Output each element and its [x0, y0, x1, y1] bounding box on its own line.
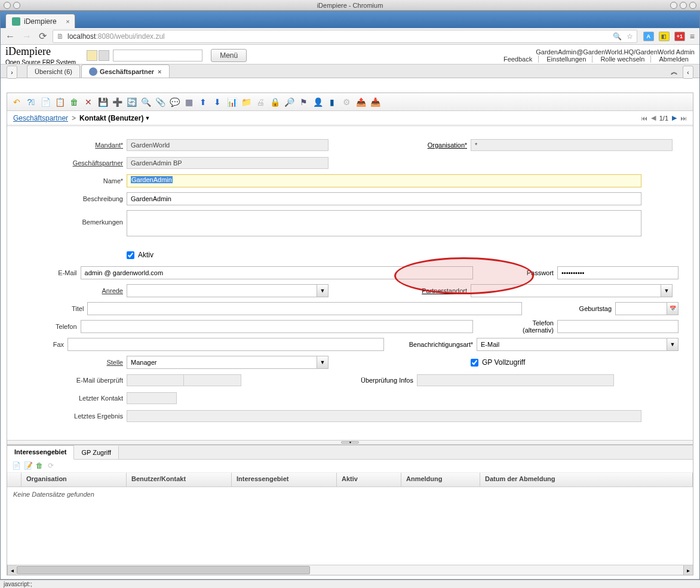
- field-remarks[interactable]: [127, 210, 641, 236]
- tb-deleteselect-icon[interactable]: ✕: [82, 96, 94, 108]
- field-last-result: [127, 410, 641, 422]
- global-search-input[interactable]: [113, 50, 202, 61]
- tb-detail-icon[interactable]: ⬇: [211, 96, 223, 108]
- tb-process-icon[interactable]: ⚙: [340, 96, 352, 108]
- col-active[interactable]: Aktiv: [337, 473, 401, 487]
- zoom-icon[interactable]: 🔍: [613, 32, 622, 41]
- field-birthday[interactable]: [615, 302, 667, 315]
- pager-next-icon[interactable]: ▶: [672, 114, 677, 122]
- field-password[interactable]: [557, 266, 678, 279]
- tb-attach-icon[interactable]: 📎: [154, 96, 166, 108]
- tb-product-icon[interactable]: ▮: [326, 96, 338, 108]
- tb-export-icon[interactable]: 📤: [355, 96, 367, 108]
- new-record-icon[interactable]: [87, 50, 97, 61]
- os-appmenu-icon[interactable]: [4, 2, 11, 9]
- link-settings[interactable]: Einstellungen: [541, 56, 592, 63]
- tb-import-icon[interactable]: 📥: [369, 96, 381, 108]
- subtab-interest[interactable]: Interessengebiet: [7, 445, 74, 460]
- link-feedback[interactable]: Feedback: [498, 56, 539, 63]
- scroll-right-icon[interactable]: ▸: [683, 565, 693, 575]
- tb-find-icon[interactable]: 🔍: [140, 96, 152, 108]
- tb-help-icon[interactable]: ?⃝: [25, 96, 37, 108]
- menu-button[interactable]: Menü: [211, 49, 247, 62]
- calendar-icon[interactable]: 📅: [667, 302, 678, 315]
- splitter-handle[interactable]: ▾: [7, 440, 693, 445]
- link-logout[interactable]: Abmelden: [653, 56, 695, 63]
- os-minimize-icon[interactable]: [670, 2, 677, 9]
- os-close-icon[interactable]: [689, 2, 696, 9]
- tb-save-icon[interactable]: 💾: [97, 96, 109, 108]
- tb-refresh-icon[interactable]: 🔄: [125, 96, 137, 108]
- tb-copy-icon[interactable]: 📋: [54, 96, 66, 108]
- dropdown-icon[interactable]: ▼: [661, 284, 673, 297]
- tb-undo-icon[interactable]: ↶: [11, 96, 23, 108]
- expand-right-icon[interactable]: ‹: [683, 66, 693, 79]
- close-apptab-icon[interactable]: ×: [158, 68, 161, 75]
- field-name[interactable]: GardenAdmin: [127, 174, 641, 187]
- field-position[interactable]: ▼: [127, 356, 328, 369]
- bookmark-star-icon[interactable]: ☆: [627, 32, 633, 41]
- tb-request-icon[interactable]: 👤: [312, 96, 324, 108]
- breadcrumb-root[interactable]: Geschäftspartner: [13, 114, 68, 122]
- sub-delete-icon[interactable]: 🗑: [36, 461, 45, 471]
- sub-new-icon[interactable]: 📄: [12, 461, 22, 471]
- dropdown-icon[interactable]: ▼: [667, 338, 678, 351]
- subtab-access[interactable]: GP Zugriff: [74, 445, 119, 459]
- tb-lock-icon[interactable]: 🔒: [269, 96, 281, 108]
- close-tab-icon[interactable]: ×: [66, 18, 69, 25]
- link-switch-role[interactable]: Rolle wechseln: [594, 56, 651, 63]
- translate-ext-icon[interactable]: A: [643, 32, 654, 41]
- col-org[interactable]: Organisation: [22, 473, 127, 487]
- grid-hscroll[interactable]: ◂ ▸: [7, 565, 693, 575]
- col-interest[interactable]: Interessengebiet: [232, 473, 337, 487]
- dropdown-icon[interactable]: ▼: [317, 284, 328, 297]
- col-signup[interactable]: Anmeldung: [401, 473, 480, 487]
- collapse-header-icon[interactable]: ︽: [671, 67, 678, 77]
- tb-zoom-icon[interactable]: 🔎: [283, 96, 295, 108]
- field-title[interactable]: [87, 302, 521, 315]
- tb-active-wf-icon[interactable]: ⚑: [297, 96, 309, 108]
- breadcrumb-current: Kontakt (Benutzer): [79, 114, 143, 122]
- ext2-icon[interactable]: ◧: [659, 32, 670, 41]
- field-salutation[interactable]: ▼: [127, 284, 328, 297]
- field-notify[interactable]: ▼: [477, 338, 678, 351]
- tab-overview[interactable]: Übersicht (6): [27, 64, 80, 78]
- tb-print-icon[interactable]: 🖨: [254, 96, 266, 108]
- tb-savenew-icon[interactable]: ➕: [111, 96, 123, 108]
- field-phone2[interactable]: [557, 320, 678, 333]
- tb-delete-icon[interactable]: 🗑: [68, 96, 80, 108]
- back-icon[interactable]: ←: [5, 31, 15, 42]
- scroll-left-icon[interactable]: ◂: [7, 565, 17, 575]
- pager-text: 1/1: [659, 115, 668, 122]
- col-signoff[interactable]: Datum der Abmeldung: [480, 473, 693, 487]
- browser-menu-icon[interactable]: ≡: [690, 32, 695, 41]
- tb-new-icon[interactable]: 📄: [39, 96, 51, 108]
- breadcrumb-dropdown-icon[interactable]: ▼: [145, 115, 150, 121]
- dropdown-icon[interactable]: ▼: [317, 356, 328, 369]
- os-dropdown-icon[interactable]: [13, 2, 20, 9]
- field-phone[interactable]: [81, 320, 473, 333]
- bp-icon: [89, 67, 97, 76]
- tab-bpartner[interactable]: Geschäftspartner ×: [81, 64, 170, 78]
- tb-parent-icon[interactable]: ⬆: [197, 96, 209, 108]
- open-folder-icon[interactable]: [99, 50, 109, 61]
- gplus-ext-icon[interactable]: +1: [674, 32, 685, 41]
- tb-report-icon[interactable]: 📊: [226, 96, 238, 108]
- tb-archive-icon[interactable]: 📁: [240, 96, 252, 108]
- checkbox-active[interactable]: [127, 251, 134, 259]
- tb-grid-icon[interactable]: ▦: [183, 96, 195, 108]
- col-user[interactable]: Benutzer/Kontakt: [127, 473, 232, 487]
- reload-icon[interactable]: ⟳: [39, 30, 47, 42]
- sub-refresh-icon[interactable]: ⟳: [48, 461, 57, 471]
- tb-chat-icon[interactable]: 💬: [168, 96, 180, 108]
- field-fax[interactable]: [67, 338, 384, 351]
- address-bar[interactable]: 🗎 localhost:8080/webui/index.zul 🔍 ☆: [53, 30, 637, 43]
- checkbox-gp-full[interactable]: [471, 359, 478, 367]
- browser-tab[interactable]: iDempiere ×: [5, 14, 75, 28]
- sub-edit-icon[interactable]: 📝: [24, 461, 33, 471]
- expand-left-icon[interactable]: ›: [7, 66, 17, 79]
- field-email[interactable]: [81, 266, 473, 279]
- field-partnerloc[interactable]: ▼: [471, 284, 673, 297]
- field-description[interactable]: [127, 192, 641, 205]
- os-maximize-icon[interactable]: [680, 2, 687, 9]
